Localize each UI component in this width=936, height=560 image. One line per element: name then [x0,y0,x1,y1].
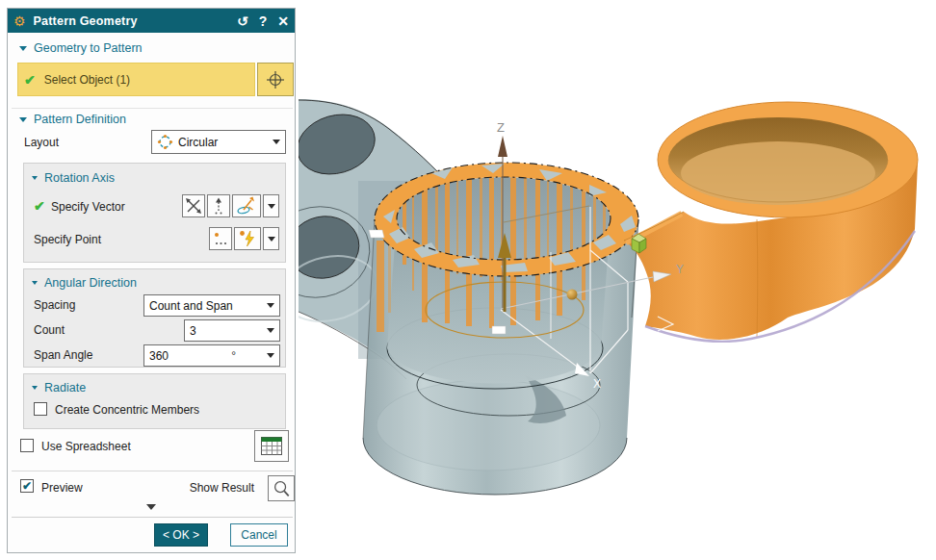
vector-axis-icon [236,196,257,216]
reset-icon[interactable]: ↺ [237,14,248,28]
chevron-down-icon [267,303,274,308]
vector-options-dropdown[interactable] [263,194,279,217]
crosshair-icon [265,69,286,90]
section-angular-direction[interactable]: Angular Direction [32,276,137,290]
edit-spreadsheet-button[interactable] [254,430,289,462]
chevron-down-icon [268,237,275,242]
inferred-vector-button[interactable] [232,194,261,217]
layout-dropdown[interactable]: Circular [151,130,286,154]
layout-value: Circular [178,136,269,149]
chevron-down-icon [267,328,274,333]
pattern-geometry-dialog: ⚙ Pattern Geometry ↺ ? ✕ Geometry to Pat… [7,8,296,553]
span-angle-label: Span Angle [34,348,92,362]
dialog-titlebar[interactable]: ⚙ Pattern Geometry ↺ ? ✕ [8,9,295,33]
show-result-label: Show Result [190,481,254,495]
magnifier-icon [272,479,291,498]
spacing-label: Spacing [34,298,75,312]
ok-button[interactable]: < OK > [154,523,208,547]
point-constructor-icon [212,230,229,247]
spacing-dropdown[interactable]: Count and Span [143,294,280,317]
check-icon: ✔ [22,479,32,493]
section-pattern-definition[interactable]: Pattern Definition [19,113,126,126]
count-dropdown[interactable]: 3 [184,319,280,342]
part-central-cylinder[interactable] [363,157,638,495]
dialog-title: Pattern Geometry [34,14,226,28]
select-object-label: Select Object (1) [44,73,130,87]
chevron-down-icon [273,140,280,144]
check-icon: ✔ [34,198,45,214]
help-icon[interactable]: ? [259,14,268,28]
span-angle-dropdown[interactable]: 360 ° [143,344,280,367]
close-icon[interactable]: ✕ [277,14,289,28]
degree-unit: ° [231,349,236,363]
part-orange-highlighted[interactable] [624,102,918,342]
chevron-down-icon [268,204,275,209]
radiate-panel: Radiate Create Concentric Members [23,373,286,429]
section-geometry-to-pattern[interactable]: Geometry to Pattern [19,41,143,55]
chevron-down-icon [267,353,274,358]
collapse-triangle-icon [19,117,27,122]
spreadsheet-icon [260,436,283,456]
preview-label: Preview [41,481,83,495]
inferred-point-button[interactable] [234,227,261,250]
show-result-button[interactable] [268,475,295,501]
use-spreadsheet-label: Use Spreadsheet [41,440,131,453]
collapse-triangle-icon [32,281,38,285]
angular-direction-panel: Angular Direction Spacing Count and Span… [23,268,286,368]
cancel-button[interactable]: Cancel [230,523,288,547]
preview-checkbox[interactable]: ✔ [20,479,34,493]
rotation-axis-panel: Rotation Axis ✔ Specify Vector [23,163,286,263]
collapse-triangle-icon [32,176,38,180]
drag-handle-ball[interactable] [567,290,578,300]
select-object-field[interactable]: ✔ Select Object (1) [17,63,255,96]
concentric-members-label: Create Concentric Members [55,403,199,417]
circular-layout-icon [157,134,173,150]
specify-vector-label: Specify Vector [51,200,125,214]
snap-point-lightning-icon [238,229,257,248]
application-window: Z Y X [0,0,936,560]
x-axis-label: X [593,377,601,391]
check-icon: ✔ [24,72,36,88]
collapse-triangle-icon [32,386,38,390]
layout-label: Layout [24,136,59,149]
use-spreadsheet-checkbox[interactable] [20,439,34,452]
concentric-members-checkbox[interactable] [34,402,47,416]
y-axis-label: Y [676,263,684,276]
vector-dialog-button[interactable] [207,194,230,217]
dialog-collapse-button[interactable] [8,504,295,510]
dashed-arrow-icon [210,197,227,215]
collapse-triangle-icon [19,46,27,51]
point-options-dropdown[interactable] [263,227,279,250]
specify-point-label: Specify Point [34,233,101,246]
count-label: Count [34,323,65,337]
crossed-arrows-icon [185,197,202,215]
section-radiate[interactable]: Radiate [32,381,86,395]
section-rotation-axis[interactable]: Rotation Axis [32,171,115,185]
point-dialog-crosshair-button[interactable] [257,63,294,96]
point-dialog-button[interactable] [209,227,232,250]
gear-icon: ⚙ [13,14,26,28]
two-point-vector-button[interactable] [182,194,205,217]
z-axis-label: Z [497,120,505,135]
